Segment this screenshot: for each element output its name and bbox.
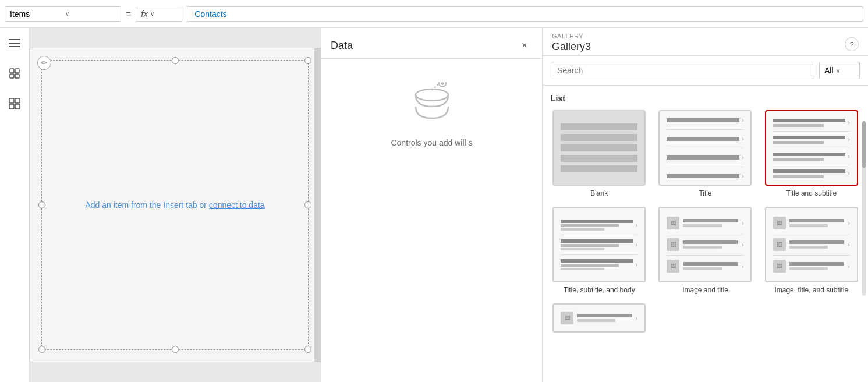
handle-bottom-right[interactable] [304, 346, 311, 353]
blank-rows [558, 121, 640, 175]
tsub-lines-4 [773, 169, 846, 178]
svg-rect-4 [15, 69, 19, 73]
gallery-scrollbar-thumb[interactable] [862, 121, 866, 168]
img-sub-sep-2 [773, 255, 850, 256]
gallery-scrollbar[interactable] [862, 121, 866, 296]
gallery-search-input[interactable] [551, 62, 814, 79]
partial-line-2 [577, 319, 615, 322]
equals-symbol: = [126, 9, 131, 19]
handle-bottom-center[interactable] [172, 346, 179, 353]
layout-item-title-subtitle[interactable]: › › [763, 110, 860, 197]
gallery-layouts: List [543, 86, 868, 382]
img-title-sub-row-3: 🖼 › [771, 260, 852, 273]
items-dropdown[interactable]: Items ∨ [5, 6, 121, 22]
tsub-main-4 [773, 169, 846, 173]
layout-grid-row2: › › [551, 207, 860, 294]
main-layout: ✏ Add an item from the Insert tab or con… [0, 28, 868, 382]
tsb-row-1: › [558, 220, 640, 231]
data-panel-title: Data [331, 40, 353, 52]
title-line-3 [667, 155, 739, 160]
img-chevron-3: › [742, 263, 743, 270]
layout-thumb-partial: 🖼 › [552, 303, 646, 333]
svg-rect-2 [9, 46, 20, 47]
hamburger-icon [9, 37, 20, 49]
formula-bar[interactable]: Contacts [187, 6, 863, 22]
layout-item-blank[interactable]: Blank [551, 110, 647, 197]
layout-item-title[interactable]: › › › [657, 110, 753, 197]
canvas-scrollbar[interactable] [314, 48, 320, 362]
partial-rows: 🖼 › [558, 309, 640, 327]
tsb-line-2a [561, 239, 633, 243]
gallery-filter-dropdown[interactable]: All ∨ [819, 62, 860, 79]
tsub-sub-3 [773, 158, 824, 161]
img-sub-sep-1 [773, 234, 850, 234]
svg-rect-0 [9, 39, 20, 40]
handle-mid-left[interactable] [38, 201, 45, 208]
tsb-line-3b [561, 264, 619, 267]
sidebar-item-dashboard[interactable] [5, 94, 24, 113]
edit-icon[interactable]: ✏ [37, 56, 51, 70]
img-line-1a [683, 219, 738, 222]
help-icon[interactable]: ? [845, 37, 859, 51]
img-text-2 [683, 240, 738, 249]
tsb-line-1b [561, 224, 619, 227]
data-panel-placeholder: Controls you add will s [321, 59, 542, 382]
layout-label-title: Title [699, 189, 711, 197]
img-title-sub-row-2: 🖼 › [771, 238, 852, 251]
title-row-3: › [664, 154, 746, 161]
img-title-rows: 🖼 › 🖼 [664, 214, 746, 275]
tsb-chevron-3: › [636, 261, 637, 268]
tsub-chevron-2: › [848, 136, 849, 143]
img-sep-2 [667, 255, 743, 256]
layout-thumb-tsb: › › [552, 207, 646, 282]
tsub-lines-1 [773, 119, 846, 127]
tsb-chevron-1: › [636, 222, 637, 228]
layout-item-image-title[interactable]: 🖼 › 🖼 [657, 207, 753, 294]
gallery-panel-title: Gallery3 [552, 41, 859, 53]
img-title-row-3: 🖼 › [664, 260, 746, 273]
title-line-1 [667, 118, 739, 122]
title-row-1: › [664, 117, 746, 123]
img-chevron-1: › [742, 220, 743, 227]
layout-thumb-title-subtitle: › › [765, 110, 858, 186]
svg-rect-8 [15, 98, 20, 103]
fx-button[interactable]: fx ∨ [136, 6, 182, 22]
handle-top-center[interactable] [172, 57, 179, 64]
tsb-line-2c [561, 248, 604, 250]
layout-section-title: List [551, 94, 860, 103]
layout-item-tsb[interactable]: › › [551, 207, 647, 294]
img-title-row-2: 🖼 › [664, 238, 746, 251]
data-panel: Data × Controls you add will s [321, 28, 542, 382]
sidebar-item-hamburger[interactable] [5, 34, 24, 52]
svg-rect-6 [15, 74, 19, 78]
title-sub-rows: › › [771, 116, 852, 180]
tsb-line-1a [561, 220, 633, 223]
img-sep-1 [667, 234, 743, 234]
sidebar-item-layers[interactable] [5, 64, 24, 83]
tsb-row-3: › [558, 259, 640, 270]
svg-rect-10 [15, 104, 20, 109]
blank-row-4 [561, 155, 637, 162]
layout-item-partial[interactable]: 🖼 › [551, 303, 647, 336]
title-sep-3 [667, 167, 743, 167]
tsb-row-2: › [558, 239, 640, 250]
partial-line-1 [577, 314, 632, 317]
img-sub-line-1a [789, 219, 845, 222]
panels-wrapper: Data × Controls you add will s [321, 28, 868, 382]
handle-top-right[interactable] [304, 57, 311, 64]
layout-item-image-title-subtitle[interactable]: 🖼 › 🖼 [763, 207, 860, 294]
img-sub-placeholder-2: 🖼 [773, 238, 786, 251]
img-sub-text-1 [789, 219, 845, 227]
tsb-line-3c [561, 268, 604, 270]
tsb-text-3 [561, 259, 633, 270]
layout-label-blank: Blank [590, 189, 608, 197]
handle-bottom-left[interactable] [38, 346, 45, 353]
handle-mid-right[interactable] [304, 201, 311, 208]
img-line-1b [683, 224, 721, 227]
tsub-row-1: › [771, 119, 852, 127]
data-panel-close-button[interactable]: × [516, 37, 533, 54]
layout-label-tsb: Title, subtitle, and body [564, 286, 635, 294]
title-row-2: › [664, 136, 746, 142]
items-label: Items [10, 9, 61, 19]
title-chevron-4: › [742, 173, 743, 179]
